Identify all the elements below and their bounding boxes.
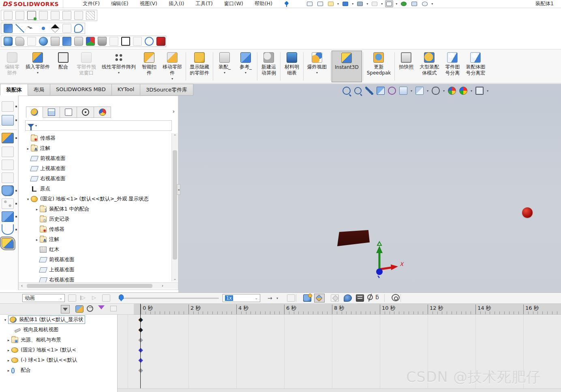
autokey-toggle[interactable] [314, 294, 325, 303]
strip-instant3d-icon[interactable] [2, 238, 14, 249]
tree-item-annotations-2[interactable]: ▸A注解 [25, 234, 171, 245]
floor-plate-part[interactable] [337, 230, 370, 246]
strip-mate-icon[interactable] [2, 147, 14, 157]
strip-component-preview-icon[interactable] [2, 160, 14, 170]
play-from-start-icon[interactable] [79, 294, 88, 302]
panel-expand-chevron[interactable]: › [172, 108, 175, 115]
camera-view-icon[interactable] [51, 37, 60, 46]
select-button[interactable] [385, 0, 393, 7]
viewport-icon[interactable] [74, 37, 83, 46]
tree-item-sensors[interactable]: ◉传感器 [25, 133, 171, 143]
pin-menu-icon[interactable] [284, 1, 289, 7]
display-style-dropdown[interactable]: ▾ [427, 89, 428, 93]
tree-item-origin[interactable]: 原点 [25, 184, 171, 194]
timeline-key[interactable]: ◆ [138, 337, 143, 343]
menu-view[interactable]: 视图(V) [134, 0, 163, 8]
zoom-out-timeline-icon[interactable] [87, 305, 93, 312]
smart-dimension-icon[interactable] [27, 11, 36, 20]
tree-item-mates-in-assembly[interactable]: ▸⟆装配体1 中的配合 [25, 204, 171, 214]
tree-item-front-plane[interactable]: 前视基准面 [25, 153, 171, 164]
motion-item-floor[interactable]: ▸(固定) 地板<1> (默认< [0, 345, 117, 355]
apply-scene-dropdown[interactable]: ▾ [471, 89, 472, 93]
ribbon-smart-fasteners[interactable]: 智能扣件 [139, 51, 160, 82]
strip-spring-icon[interactable] [2, 224, 14, 235]
strip-design-library-icon[interactable] [2, 115, 14, 126]
current-time-marker[interactable] [140, 304, 141, 390]
scroll-up-arrow[interactable]: ⌃ [172, 134, 178, 138]
timeline-key[interactable]: ◆ [138, 357, 143, 363]
menu-edit[interactable]: 编辑(E) [105, 0, 134, 8]
tree-vertical-scrollbar[interactable]: ⌃ ⌄ [171, 133, 178, 281]
study-type-select[interactable]: 动画⌄ [22, 294, 65, 302]
tree-horizontal-scrollbar[interactable]: ‹ › [19, 282, 178, 289]
key-properties-icon[interactable] [287, 294, 295, 302]
collapse-timeline-icon[interactable] [110, 306, 117, 311]
undo-button[interactable] [370, 0, 379, 7]
spring-icon[interactable] [367, 294, 373, 300]
strip-edit-component-icon[interactable] [2, 101, 14, 112]
tab-assembly[interactable]: 装配体 [0, 84, 28, 96]
filter-toggle[interactable] [61, 305, 70, 313]
save-animation-icon[interactable] [102, 294, 110, 302]
timeline-key[interactable]: ◆ [138, 316, 143, 323]
filter-key-icon[interactable] [75, 305, 84, 313]
ribbon-insert-components[interactable]: 插入零部件▾ [23, 51, 53, 82]
mate-reference-icon[interactable] [51, 24, 60, 33]
menu-help[interactable]: 帮助(H) [249, 0, 278, 8]
tab-layout[interactable]: 布局 [28, 84, 50, 96]
open-dropdown[interactable]: ▾ [337, 2, 339, 6]
ribbon-move-component[interactable]: 移动零部件▾ [160, 51, 185, 82]
point-icon[interactable] [39, 24, 48, 33]
strip-linear-pattern-icon[interactable] [2, 198, 14, 209]
ribbon-large-assembly-mode[interactable]: 大型装配体模式 [417, 51, 442, 82]
timeline-key[interactable]: ◆ [138, 367, 143, 373]
open-button[interactable] [327, 0, 335, 7]
strip-insert-components-icon[interactable] [2, 133, 14, 143]
draft-quality-icon[interactable] [121, 37, 130, 46]
ribbon-show-hidden-components[interactable]: 显示隐藏的零部件 [187, 51, 212, 82]
ribbon-take-snapshot[interactable]: 拍快照 [396, 51, 417, 82]
motion-item-lights[interactable]: ▸▣光源、相机与布景 [0, 335, 117, 345]
ribbon-new-motion-study[interactable]: 新建运动算例 [258, 51, 279, 82]
ribbon-mate[interactable]: 配合 [53, 51, 74, 82]
tree-item-history[interactable]: ◷历史记录 [25, 214, 171, 224]
save-button[interactable] [341, 0, 349, 7]
tab-3dsource[interactable]: 3DSource零件库 [140, 84, 193, 96]
scroll-left-arrow[interactable]: ‹ [19, 283, 25, 288]
view-settings-dropdown[interactable]: ▾ [487, 89, 488, 93]
zoom-to-fit-icon[interactable] [343, 87, 351, 95]
filter-dropdown[interactable]: ▾ [35, 124, 37, 128]
tab-dimxpertmanager[interactable] [77, 107, 94, 118]
rebuild-button[interactable] [400, 0, 408, 7]
tree-item-annotations[interactable]: ▸A注解 [25, 143, 171, 153]
tree-item-right-plane[interactable]: 右视基准面 [25, 174, 171, 184]
tab-displaymanager[interactable] [94, 107, 111, 118]
dynamic-annotation-icon[interactable] [388, 87, 396, 95]
scroll-right-arrow[interactable]: › [159, 283, 166, 288]
render-icon[interactable] [156, 37, 165, 46]
ribbon-component-preview[interactable]: 零部件预览窗口 [74, 51, 99, 82]
balloon-icon[interactable] [15, 11, 24, 20]
calculate-icon[interactable] [68, 294, 76, 302]
hide-show-items-dropdown[interactable]: ▾ [443, 89, 445, 93]
hscrollbar-thumb[interactable] [27, 284, 152, 288]
file-properties-button[interactable] [410, 0, 418, 7]
section-view-icon[interactable] [62, 37, 71, 46]
tree-item-front-plane-2[interactable]: 前视基准面 [25, 255, 171, 265]
motion-item-mates[interactable]: ▸配合 [0, 365, 117, 375]
lighting-icon[interactable] [98, 37, 107, 46]
ribbon-assembly-features[interactable]: 装配_▾ [214, 51, 235, 82]
tree-item-top-plane[interactable]: 上视基准面 [25, 164, 171, 174]
tab-propertymanager[interactable] [43, 107, 60, 118]
menu-file[interactable]: 文件(F) [77, 0, 105, 8]
scrollbar-thumb[interactable] [173, 150, 177, 260]
red-sphere-part[interactable] [522, 207, 533, 218]
play-icon[interactable] [91, 294, 99, 302]
tab-solidworks-mbd[interactable]: SOLIDWORKS MBD [50, 84, 112, 96]
tab-configurationmanager[interactable] [60, 107, 77, 118]
motion-item-camera-views[interactable]: 视向及相机视图 [0, 325, 117, 335]
contact-icon[interactable] [392, 294, 400, 301]
perspective-icon[interactable] [133, 37, 142, 46]
apply-scene-icon[interactable] [459, 87, 467, 95]
planar-view-icon[interactable] [145, 37, 154, 46]
